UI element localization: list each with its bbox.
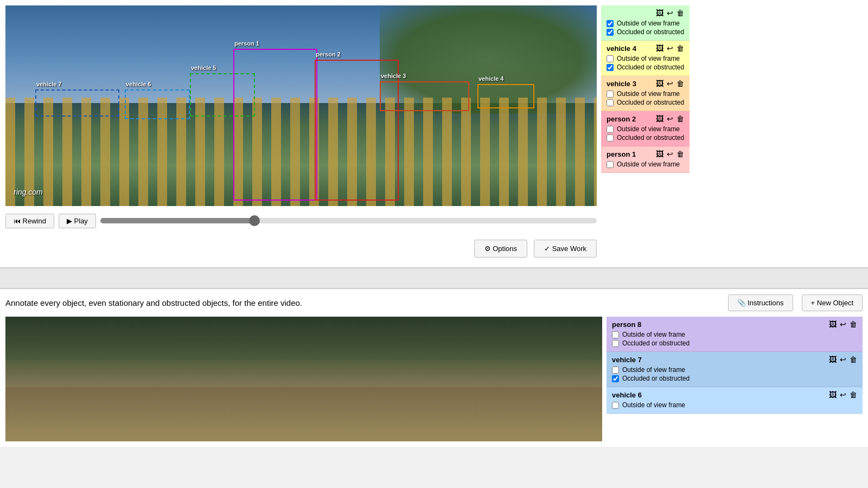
checkbox-occluded-v7b[interactable] bbox=[612, 375, 619, 382]
checkbox-outside-0[interactable] bbox=[607, 20, 614, 27]
ann-header-vehicle7-b: vehicle 7 🖼 ↩ 🗑 bbox=[612, 355, 857, 364]
ann-icons-vehicle7-b: 🖼 ↩ 🗑 bbox=[829, 355, 857, 364]
bbox-vehicle3[interactable]: vehicle 3 bbox=[380, 81, 469, 111]
label-outside-v7b: Outside of view frame bbox=[622, 366, 685, 374]
bbox-vehicle6-label: vehicle 6 bbox=[126, 81, 151, 87]
ann-icon-img-p2[interactable]: 🖼 bbox=[656, 114, 663, 123]
action-buttons: ⚙ Options ✓ Save Work bbox=[5, 235, 597, 262]
progress-track[interactable] bbox=[100, 218, 597, 223]
ann-icon-img-v3[interactable]: 🖼 bbox=[656, 79, 663, 88]
top-annotation-panel: 🖼 ↩ 🗑 Outside of view frame Occluded or … bbox=[601, 5, 690, 239]
checkbox-outside-p2[interactable] bbox=[607, 126, 614, 133]
ann-title-vehicle3: vehicle 3 bbox=[607, 80, 636, 88]
ann-header-vehicle6-b: vehicle 6 🖼 ↩ 🗑 bbox=[612, 390, 857, 399]
ring-logo: ring.com bbox=[14, 184, 43, 198]
bottom-video-frame bbox=[5, 317, 602, 441]
ann-title-vehicle4: vehicle 4 bbox=[607, 44, 636, 53]
ann-icon-arrow-v6b[interactable]: ↩ bbox=[840, 390, 846, 399]
bbox-vehicle6[interactable]: vehicle 6 bbox=[125, 89, 190, 119]
checkbox-outside-v7b[interactable] bbox=[612, 367, 619, 374]
bbox-vehicle4[interactable]: vehicle 4 bbox=[477, 84, 534, 108]
label-occluded-0: Occluded or obstructed bbox=[617, 28, 684, 36]
ann-icons-person8: 🖼 ↩ 🗑 bbox=[829, 320, 857, 329]
ann-checkbox-outside-0: Outside of view frame bbox=[607, 20, 684, 27]
ann-icon-delete-p8[interactable]: 🗑 bbox=[850, 320, 857, 329]
bottom-header: Annotate every object, even stationary a… bbox=[5, 294, 863, 311]
ann-header-person8: person 8 🖼 ↩ 🗑 bbox=[612, 320, 857, 329]
ann-icon-img-0[interactable]: 🖼 bbox=[656, 9, 663, 17]
ann-icon-delete-p1[interactable]: 🗑 bbox=[676, 150, 684, 158]
checkbox-outside-v4[interactable] bbox=[607, 55, 614, 62]
checkbox-occluded-p8[interactable] bbox=[612, 340, 619, 347]
annotation-item-vehicle6-b: vehicle 6 🖼 ↩ 🗑 Outside of view frame bbox=[607, 387, 863, 414]
bbox-vehicle4-label: vehicle 4 bbox=[478, 75, 503, 82]
ann-icon-img-v6b[interactable]: 🖼 bbox=[829, 390, 837, 399]
ann-icon-img-v7b[interactable]: 🖼 bbox=[829, 355, 837, 364]
label-occluded-v7b: Occluded or obstructed bbox=[622, 375, 690, 382]
annotation-item-vehicle3: vehicle 3 🖼 ↩ 🗑 Outside of view frame Oc… bbox=[601, 76, 690, 111]
bbox-person2[interactable]: person 2 bbox=[315, 60, 399, 201]
ann-icon-arrow-v4[interactable]: ↩ bbox=[667, 44, 673, 53]
checkbox-occluded-v3[interactable] bbox=[607, 99, 614, 106]
checkbox-outside-p1[interactable] bbox=[607, 161, 614, 168]
ann-header-vehicle4: vehicle 4 🖼 ↩ 🗑 bbox=[607, 44, 684, 53]
ann-icon-img-p1[interactable]: 🖼 bbox=[656, 150, 663, 158]
checkbox-occluded-p2[interactable] bbox=[607, 134, 614, 142]
ann-icon-delete-p2[interactable]: 🗑 bbox=[676, 114, 684, 123]
ann-icon-delete-v7b[interactable]: 🗑 bbox=[850, 355, 857, 364]
ann-icon-arrow-p2[interactable]: ↩ bbox=[667, 114, 673, 123]
ann-icon-arrow-v7b[interactable]: ↩ bbox=[840, 355, 846, 364]
instructions-button[interactable]: 📎 Instructions bbox=[728, 294, 793, 311]
bbox-person2-label: person 2 bbox=[316, 51, 341, 57]
ann-checkbox-occluded-v3: Occluded or obstructed bbox=[607, 99, 684, 106]
bbox-vehicle7[interactable]: vehicle 7 bbox=[35, 89, 119, 117]
progress-thumb[interactable] bbox=[249, 215, 260, 226]
rewind-button[interactable]: ⏮ Rewind bbox=[5, 214, 54, 228]
ann-checkbox-occluded-p2: Occluded or obstructed bbox=[607, 134, 684, 142]
ann-icon-arrow-p1[interactable]: ↩ bbox=[667, 150, 673, 158]
checkbox-occluded-v4[interactable] bbox=[607, 64, 614, 71]
ann-title-person2: person 2 bbox=[607, 115, 636, 123]
ann-header-person2: person 2 🖼 ↩ 🗑 bbox=[607, 114, 684, 123]
bbox-vehicle3-label: vehicle 3 bbox=[381, 73, 406, 79]
ann-icon-img-p8[interactable]: 🖼 bbox=[829, 320, 837, 329]
bbox-person1[interactable]: person 1 bbox=[233, 49, 317, 201]
ann-header-vehicle3: vehicle 3 🖼 ↩ 🗑 bbox=[607, 79, 684, 88]
ann-icon-delete-v6b[interactable]: 🗑 bbox=[850, 390, 857, 399]
label-outside-v3: Outside of view frame bbox=[617, 90, 680, 98]
ann-icons-person1: 🖼 ↩ 🗑 bbox=[656, 150, 684, 158]
ann-checkbox-occluded-p8: Occluded or obstructed bbox=[612, 339, 857, 347]
checkbox-outside-v6b[interactable] bbox=[612, 402, 619, 409]
ann-checkbox-occluded-v7b: Occluded or obstructed bbox=[612, 375, 857, 382]
ann-icon-delete-0[interactable]: 🗑 bbox=[676, 9, 684, 17]
ann-checkbox-outside-p8: Outside of view frame bbox=[612, 331, 857, 338]
checkbox-outside-p8[interactable] bbox=[612, 331, 619, 338]
ann-title-person1: person 1 bbox=[607, 150, 636, 158]
save-button[interactable]: ✓ Save Work bbox=[534, 240, 597, 258]
ann-icon-arrow-v3[interactable]: ↩ bbox=[667, 79, 673, 88]
ann-icon-img-v4[interactable]: 🖼 bbox=[656, 44, 663, 53]
annotation-item-0: 🖼 ↩ 🗑 Outside of view frame Occluded or … bbox=[601, 5, 690, 41]
ann-icon-arrow-0[interactable]: ↩ bbox=[667, 9, 673, 17]
ann-title-vehicle7-b: vehicle 7 bbox=[612, 356, 642, 364]
options-button[interactable]: ⚙ Options bbox=[474, 240, 527, 258]
label-outside-v4: Outside of view frame bbox=[617, 55, 680, 62]
ann-icons-vehicle3: 🖼 ↩ 🗑 bbox=[656, 79, 684, 88]
ann-icon-delete-v3[interactable]: 🗑 bbox=[676, 79, 684, 88]
bbox-vehicle5-label: vehicle 5 bbox=[191, 65, 216, 71]
ann-icon-delete-v4[interactable]: 🗑 bbox=[676, 44, 684, 53]
bottom-video-background bbox=[5, 317, 602, 441]
play-button[interactable]: ▶ Play bbox=[59, 214, 96, 228]
ann-header-person1: person 1 🖼 ↩ 🗑 bbox=[607, 150, 684, 158]
checkbox-outside-v3[interactable] bbox=[607, 91, 614, 98]
label-outside-p8: Outside of view frame bbox=[622, 331, 685, 338]
bottom-header-text: Annotate every object, even stationary a… bbox=[5, 298, 719, 307]
annotation-item-vehicle4: vehicle 4 🖼 ↩ 🗑 Outside of view frame Oc… bbox=[601, 41, 690, 76]
checkbox-occluded-0[interactable] bbox=[607, 29, 614, 36]
bbox-vehicle5[interactable]: vehicle 5 bbox=[190, 73, 255, 117]
new-object-button[interactable]: + New Object bbox=[802, 294, 863, 311]
ann-icon-arrow-p8[interactable]: ↩ bbox=[840, 320, 846, 329]
ann-icons-vehicle6-b: 🖼 ↩ 🗑 bbox=[829, 390, 857, 399]
bottom-section: Annotate every object, even stationary a… bbox=[0, 289, 868, 447]
ann-icons-0: 🖼 ↩ 🗑 bbox=[656, 9, 684, 17]
